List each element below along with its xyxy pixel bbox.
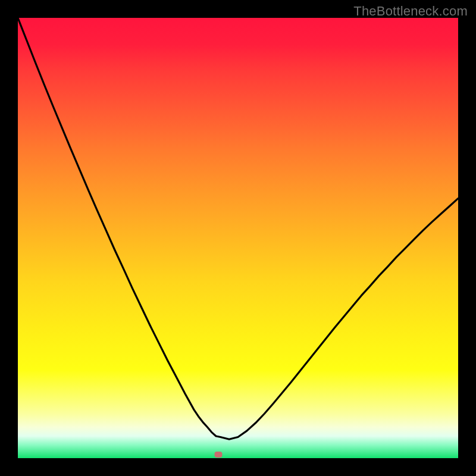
bottleneck-curve <box>18 18 458 458</box>
chart-frame: TheBottleneck.com <box>0 0 476 476</box>
watermark-text: TheBottleneck.com <box>353 4 468 19</box>
optimal-point-marker <box>214 452 222 458</box>
plot-area <box>18 18 458 458</box>
